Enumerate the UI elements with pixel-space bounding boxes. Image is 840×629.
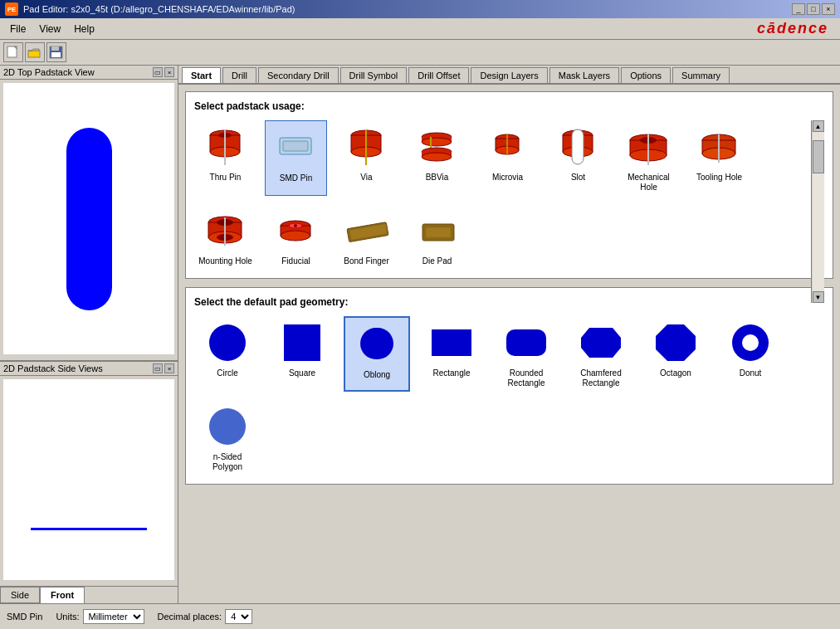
usage-smd-pin[interactable]: SMD Pin bbox=[265, 120, 327, 196]
geo-square[interactable]: Square bbox=[269, 316, 335, 392]
scroll-up-btn[interactable]: ▲ bbox=[813, 120, 824, 132]
tooling-hole-label: Tooling Hole bbox=[696, 173, 742, 183]
tab-drill-offset[interactable]: Drill Offset bbox=[408, 67, 469, 83]
slot-label: Slot bbox=[571, 173, 585, 183]
tab-front[interactable]: Front bbox=[40, 587, 85, 603]
svg-marker-63 bbox=[656, 324, 696, 361]
smd-pin-label: SMD Pin bbox=[7, 612, 42, 622]
side-view-title: 2D Padstack Side Views bbox=[3, 363, 103, 373]
side-view-close[interactable]: × bbox=[164, 363, 174, 373]
usage-fiducial[interactable]: Fiducial bbox=[265, 204, 327, 270]
usage-thru-pin[interactable]: Thru Pin bbox=[194, 120, 256, 196]
svg-rect-32 bbox=[572, 129, 584, 164]
usage-bbvia[interactable]: BBVia bbox=[406, 120, 468, 196]
close-button[interactable]: × bbox=[822, 3, 835, 15]
geo-oblong[interactable]: Oblong bbox=[344, 316, 410, 392]
main-container: 2D Top Padstack View ▭ × 2D Padstack Sid… bbox=[0, 66, 840, 603]
svg-rect-58 bbox=[284, 324, 320, 361]
menu-help[interactable]: Help bbox=[67, 22, 101, 37]
top-view-restore[interactable]: ▭ bbox=[153, 67, 163, 77]
svg-rect-13 bbox=[283, 141, 308, 151]
tab-options[interactable]: Options bbox=[621, 67, 671, 83]
tab-secondary-drill[interactable]: Secondary Drill bbox=[258, 67, 339, 83]
smd-pin-label: SMD Pin bbox=[280, 173, 312, 183]
bond-finger-label: Bond Finger bbox=[344, 256, 388, 266]
tab-side[interactable]: Side bbox=[0, 587, 40, 603]
scroll-down-btn[interactable]: ▼ bbox=[813, 291, 824, 303]
pad-shape-side bbox=[31, 528, 147, 530]
geometry-grid: Circle Square bbox=[194, 316, 824, 475]
mounting-hole-label: Mounting Hole bbox=[198, 256, 252, 266]
usage-slot[interactable]: Slot bbox=[547, 120, 609, 196]
svg-point-66 bbox=[209, 408, 246, 445]
side-view-restore[interactable]: ▭ bbox=[153, 363, 163, 373]
top-view-close[interactable]: × bbox=[164, 67, 174, 77]
usage-bond-finger[interactable]: Bond Finger bbox=[335, 204, 398, 270]
tab-drill[interactable]: Drill bbox=[222, 67, 256, 83]
geo-chamfered-rectangle[interactable]: Chamfered Rectangle bbox=[568, 316, 634, 392]
title-bar: PE Pad Editor: s2x0_45t (D:/allegro_CHEN… bbox=[0, 0, 840, 18]
scroll-thumb[interactable] bbox=[813, 140, 824, 173]
svg-rect-5 bbox=[51, 46, 59, 51]
tab-design-layers[interactable]: Design Layers bbox=[471, 67, 547, 83]
maximize-button[interactable]: □ bbox=[807, 3, 820, 15]
top-view-canvas bbox=[3, 83, 174, 354]
geo-circle[interactable]: Circle bbox=[194, 316, 261, 392]
tab-start[interactable]: Start bbox=[182, 67, 221, 83]
geo-rounded-rectangle[interactable]: Rounded Rectangle bbox=[493, 316, 559, 392]
via-label: Via bbox=[360, 173, 372, 183]
usage-mounting-hole[interactable]: Mounting Hole bbox=[194, 204, 256, 270]
usage-mechanical-hole[interactable]: Mechanical Hole bbox=[618, 120, 680, 196]
svg-point-57 bbox=[209, 324, 246, 361]
geo-donut[interactable]: Donut bbox=[717, 316, 784, 392]
padstack-usage-section: Select padstack usage: bbox=[185, 91, 833, 279]
usage-die-pad[interactable]: Die Pad bbox=[406, 204, 468, 270]
decimal-select[interactable]: 4 2 3 5 bbox=[225, 609, 252, 624]
smd-pin-indicator: SMD Pin bbox=[7, 612, 42, 622]
usage-via[interactable]: Via bbox=[335, 120, 398, 196]
tab-bar: Start Drill Secondary Drill Drill Symbol… bbox=[178, 66, 840, 85]
geo-octagon[interactable]: Octagon bbox=[642, 316, 709, 392]
nsided-polygon-label: n-Sided Polygon bbox=[198, 452, 257, 472]
svg-rect-60 bbox=[432, 329, 471, 356]
menu-bar: File View Help cādence bbox=[0, 18, 840, 40]
square-label: Square bbox=[289, 368, 315, 378]
top-view-panel: 2D Top Padstack View ▭ × bbox=[0, 66, 178, 362]
geo-nsided-polygon[interactable]: n-Sided Polygon bbox=[194, 400, 261, 475]
usage-scrollbar[interactable]: ▲ ▼ bbox=[811, 120, 824, 303]
usage-tooling-hole[interactable]: Tooling Hole bbox=[688, 120, 750, 196]
svg-rect-6 bbox=[51, 52, 61, 57]
geo-rectangle[interactable]: Rectangle bbox=[418, 316, 485, 392]
menu-file[interactable]: File bbox=[3, 22, 32, 37]
status-bar: SMD Pin Units: Millimeter Inch Mils Deci… bbox=[0, 603, 840, 628]
save-button[interactable] bbox=[46, 42, 66, 62]
svg-rect-59 bbox=[360, 328, 393, 359]
top-view-title: 2D Top Padstack View bbox=[3, 67, 95, 77]
usage-microvia[interactable]: Microvia bbox=[476, 120, 539, 196]
side-view-title-bar: 2D Padstack Side Views ▭ × bbox=[0, 362, 178, 376]
tab-drill-symbol[interactable]: Drill Symbol bbox=[340, 67, 408, 83]
units-select[interactable]: Millimeter Inch Mils bbox=[83, 609, 144, 624]
cadence-logo: cādence bbox=[757, 20, 837, 37]
mechanical-hole-label: Mechanical Hole bbox=[621, 173, 676, 193]
top-view-title-bar: 2D Top Padstack View ▭ × bbox=[0, 66, 178, 80]
tab-mask-layers[interactable]: Mask Layers bbox=[549, 67, 619, 83]
fiducial-label: Fiducial bbox=[281, 256, 310, 266]
svg-rect-61 bbox=[506, 329, 546, 356]
donut-label: Donut bbox=[740, 368, 762, 378]
menu-view[interactable]: View bbox=[32, 22, 67, 37]
svg-point-20 bbox=[422, 138, 452, 146]
oblong-label: Oblong bbox=[364, 370, 390, 380]
pad-shape-top bbox=[66, 128, 112, 310]
padstack-usage-grid: Thru Pin SMD Pin bbox=[194, 120, 824, 270]
decimal-item: Decimal places: 4 2 3 5 bbox=[158, 609, 253, 624]
svg-point-24 bbox=[422, 153, 452, 161]
new-button[interactable] bbox=[3, 42, 23, 62]
geometry-section: Select the default pad geometry: Circle bbox=[185, 287, 833, 485]
bbvia-label: BBVia bbox=[426, 173, 449, 183]
toolbar bbox=[0, 40, 840, 66]
rectangle-label: Rectangle bbox=[432, 368, 470, 378]
tab-summary[interactable]: Summary bbox=[672, 67, 730, 83]
open-button[interactable] bbox=[25, 42, 45, 62]
minimize-button[interactable]: _ bbox=[792, 3, 805, 15]
